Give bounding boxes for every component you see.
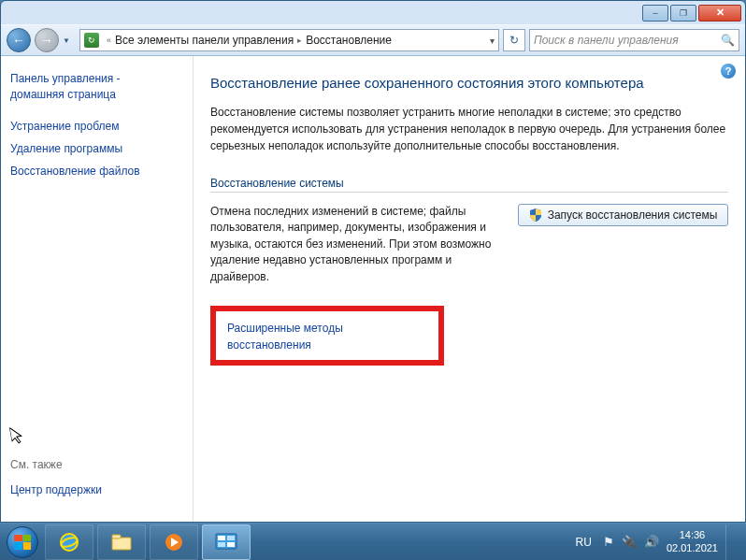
breadcrumb[interactable]: ↻ « Все элементы панели управления ▸ Вос…	[79, 29, 499, 51]
svg-rect-2	[112, 538, 131, 550]
windows-logo-icon	[14, 535, 31, 550]
page-description: Восстановление системы позволяет устрани…	[210, 104, 728, 154]
maximize-button[interactable]: ❐	[670, 5, 696, 22]
advanced-recovery-link[interactable]: Расширенные методы восстановления	[227, 322, 343, 352]
breadcrumb-dropdown-icon[interactable]: ▾	[490, 36, 495, 46]
forward-button[interactable]: →	[35, 28, 59, 52]
start-system-restore-button[interactable]: Запуск восстановления системы	[518, 204, 728, 226]
page-title: Восстановление ранее сохраненного состоя…	[210, 75, 728, 91]
language-indicator[interactable]: RU	[576, 536, 592, 549]
nav-bar: ← → ▼ ↻ « Все элементы панели управления…	[1, 24, 745, 56]
sidebar-item-action-center[interactable]: Центр поддержки	[10, 483, 102, 496]
svg-rect-3	[112, 535, 121, 538]
control-panel-window: – ❐ ✕ ← → ▼ ↻ « Все элементы панели упра…	[0, 0, 746, 523]
start-button[interactable]	[4, 524, 41, 561]
svg-rect-6	[218, 536, 225, 540]
sidebar-item-uninstall[interactable]: Удаление программы	[10, 142, 183, 155]
sidebar-item-restore-files[interactable]: Восстановление файлов	[10, 165, 183, 178]
taskbar-item-media-player[interactable]	[150, 524, 198, 560]
show-desktop-button[interactable]	[725, 524, 739, 560]
nav-history-dropdown[interactable]: ▼	[63, 36, 76, 45]
see-also-label: См. также	[10, 458, 183, 471]
uac-shield-icon	[529, 208, 542, 222]
section-title: Восстановление системы	[210, 177, 728, 193]
recovery-icon: ↻	[84, 33, 99, 48]
minimize-button[interactable]: –	[642, 5, 668, 22]
svg-rect-9	[227, 542, 235, 547]
back-button[interactable]: ←	[7, 28, 31, 52]
search-icon: 🔍	[721, 34, 735, 47]
section-description: Отмена последних изменений в системе; фа…	[210, 204, 501, 285]
taskbar-item-control-panel[interactable]	[202, 524, 251, 560]
sidebar: Панель управления - домашняя страница Ус…	[1, 56, 194, 522]
breadcrumb-current[interactable]: Восстановление	[306, 34, 392, 47]
titlebar: – ❐ ✕	[1, 1, 745, 24]
control-panel-home-link[interactable]: Панель управления - домашняя страница	[10, 71, 183, 103]
taskbar-item-explorer[interactable]	[97, 524, 146, 560]
highlighted-link-box: Расширенные методы восстановления	[210, 306, 444, 366]
volume-icon[interactable]: 🔊	[644, 535, 659, 549]
taskbar: RU ⚑ 🔌 🔊 14:36 02.01.2021	[0, 523, 746, 560]
clock[interactable]: 14:36 02.01.2021	[667, 529, 718, 553]
help-icon[interactable]: ?	[721, 64, 736, 79]
content-area: Панель управления - домашняя страница Ус…	[1, 56, 745, 522]
power-icon[interactable]: 🔌	[622, 535, 637, 549]
system-tray: RU ⚑ 🔌 🔊 14:36 02.01.2021	[576, 524, 742, 560]
svg-rect-8	[218, 542, 225, 547]
breadcrumb-root[interactable]: Все элементы панели управления	[115, 34, 294, 47]
main-panel: ? Восстановление ранее сохраненного сост…	[194, 56, 745, 522]
svg-rect-7	[227, 536, 235, 540]
action-center-icon[interactable]: ⚑	[603, 535, 614, 549]
refresh-button[interactable]: ↻	[503, 29, 525, 51]
sidebar-item-troubleshoot[interactable]: Устранение проблем	[10, 120, 183, 133]
close-button[interactable]: ✕	[698, 5, 741, 22]
taskbar-item-ie[interactable]	[45, 524, 93, 560]
search-input[interactable]: Поиск в панели управления 🔍	[529, 29, 739, 51]
